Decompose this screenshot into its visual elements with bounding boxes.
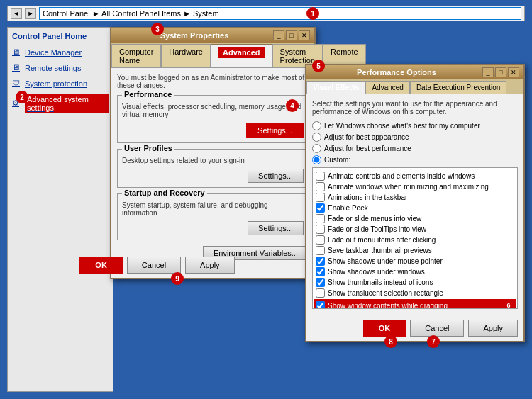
radio-best-appearance: Adjust for best appearance	[312, 133, 518, 142]
badge-9: 9	[171, 272, 184, 285]
shield-icon: 🛡	[12, 79, 22, 89]
checkbox-label: Show shadows under mouse pointer	[328, 257, 443, 265]
maximize-button[interactable]: □	[286, 30, 297, 40]
sidebar-label-advanced-settings: Advanced system settings	[25, 94, 109, 113]
checkbox-label: Save taskbar thumbnail previews	[328, 247, 432, 254]
startup-title: Startup and Recovery	[122, 189, 207, 197]
system-apply-button[interactable]: Apply	[185, 257, 235, 274]
system-ok-button[interactable]: OK	[79, 257, 123, 274]
sidebar-label-device-manager: Device Manager	[25, 48, 82, 57]
sidebar-label-remote-settings: Remote settings	[25, 64, 81, 72]
minimize-button[interactable]: _	[273, 30, 284, 40]
sidebar-item-system-protection[interactable]: 🛡 System protection	[8, 76, 113, 91]
performance-section: Performance Visual effects, processor sc…	[117, 95, 309, 143]
sidebar-item-device-manager[interactable]: 🖥 Device Manager	[8, 45, 113, 60]
radio-best-performance-input[interactable]	[312, 144, 321, 153]
checkbox-input[interactable]	[316, 235, 325, 245]
perf-close-button[interactable]: ✕	[508, 67, 519, 77]
tab-advanced-label: Advanced	[218, 47, 265, 58]
checkbox-label: Fade out menu items after clicking	[328, 236, 436, 244]
perf-cancel-button[interactable]: Cancel	[410, 320, 464, 337]
user-profiles-title: User Profiles	[122, 144, 174, 152]
checkbox-input[interactable]	[316, 288, 325, 298]
titlebar-buttons: _ □ ✕	[273, 30, 310, 40]
system-props-title: System Properties	[116, 31, 273, 40]
checkbox-label: Fade or slide ToolTips into view	[328, 225, 426, 233]
performance-desc: Visual effects, processor scheduling, me…	[122, 103, 304, 118]
radio-custom-input[interactable]	[312, 155, 321, 164]
checkbox-item: Show shadows under windows	[316, 266, 514, 277]
tab-computer-name[interactable]: Computer Name	[111, 44, 161, 67]
checkbox-label: Show shadows under windows	[328, 268, 425, 276]
address-bar: ◄ ► Control Panel ► All Control Panel It…	[7, 6, 525, 21]
tab-dep[interactable]: Data Execution Prevention	[410, 81, 506, 94]
performance-options-dialog: Performance Options _ □ ✕ Visual Effects…	[305, 64, 525, 342]
radio-best-performance: Adjust for best performance	[312, 144, 518, 153]
checkbox-input[interactable]	[316, 193, 325, 202]
remote-icon: 🖥	[12, 63, 22, 73]
checkbox-label: Fade or slide menus into view	[328, 215, 421, 223]
checkbox-item: Fade out menu items after clicking	[316, 235, 514, 245]
checkbox-item: Show thumbnails instead of icons	[316, 277, 514, 288]
checkbox-input[interactable]	[316, 182, 325, 191]
perf-tabs: Visual Effects Advanced Data Execution P…	[306, 79, 523, 94]
radio-best-appearance-input[interactable]	[312, 133, 321, 142]
checkbox-input[interactable]	[316, 203, 325, 213]
perf-minimize-button[interactable]: _	[482, 67, 494, 77]
system-props-footer: OK Cancel Apply	[111, 252, 203, 278]
computer-icon: 🖥	[12, 47, 22, 57]
radio-let-windows-label: Let Windows choose what's best for my co…	[324, 122, 480, 130]
checkbox-input[interactable]	[316, 246, 325, 255]
tab-visual-effects[interactable]: Visual Effects	[306, 81, 365, 94]
perf-ok-button[interactable]: OK	[363, 320, 406, 337]
badge-4: 4	[286, 99, 299, 112]
perf-titlebar: Performance Options _ □ ✕	[306, 65, 523, 79]
checkbox-item: Enable Peek	[316, 203, 514, 213]
system-properties-dialog: System Properties _ □ ✕ Computer Name Ha…	[110, 27, 316, 279]
checkbox-item: Show shadows under mouse pointer	[316, 256, 514, 266]
radio-best-performance-label: Adjust for best performance	[324, 145, 411, 152]
perf-maximize-button[interactable]: □	[495, 67, 506, 77]
system-cancel-button[interactable]: Cancel	[127, 257, 181, 274]
checkbox-item: Show window contents while dragging6	[314, 299, 516, 309]
checkbox-input[interactable]	[316, 267, 325, 276]
perf-titlebar-buttons: _ □ ✕	[482, 67, 519, 77]
checkbox-label: Animate controls and elements inside win…	[328, 172, 475, 180]
checkbox-label: Show translucent selection rectangle	[328, 289, 443, 297]
checkbox-input[interactable]	[316, 278, 325, 287]
address-path: Control Panel ► All Control Panel Items …	[39, 7, 521, 20]
startup-section: Startup and Recovery System startup, sys…	[117, 193, 309, 240]
performance-settings-button[interactable]: Settings...	[246, 123, 304, 138]
close-button[interactable]: ✕	[299, 30, 310, 40]
badge-2: 2	[16, 91, 28, 103]
tab-hardware[interactable]: Hardware	[161, 44, 211, 67]
checkbox-input[interactable]	[316, 172, 325, 181]
checkbox-item: Save taskbar thumbnail previews	[316, 245, 514, 256]
user-profiles-settings-button[interactable]: Settings...	[248, 169, 304, 183]
sidebar-header: Control Panel Home	[8, 28, 113, 45]
forward-button[interactable]: ►	[25, 8, 36, 19]
sidebar-label-system-protection: System protection	[25, 79, 87, 88]
startup-desc: System startup, system failure, and debu…	[122, 201, 304, 217]
checkbox-input[interactable]	[316, 257, 325, 266]
checkbox-input[interactable]	[316, 301, 325, 310]
checkbox-item: Show translucent selection rectangle	[316, 288, 514, 298]
radio-best-appearance-label: Adjust for best appearance	[324, 133, 409, 141]
perf-content: Select the settings you want to use for …	[306, 94, 523, 315]
tab-advanced-perf[interactable]: Advanced	[365, 81, 409, 94]
checkbox-input[interactable]	[316, 214, 325, 223]
user-profiles-section: User Profiles Desktop settings related t…	[117, 149, 309, 188]
perf-apply-button[interactable]: Apply	[468, 320, 518, 337]
perf-footer: OK Cancel Apply	[306, 315, 523, 341]
system-props-content: You must be logged on as an Administrato…	[111, 68, 314, 252]
back-button[interactable]: ◄	[11, 8, 22, 19]
effects-checkbox-list[interactable]: Animate controls and elements inside win…	[312, 167, 518, 309]
sidebar-item-remote-settings[interactable]: 🖥 Remote settings	[8, 60, 113, 76]
tab-advanced[interactable]: Advanced	[211, 44, 272, 67]
checkbox-item: Fade or slide ToolTips into view	[316, 224, 514, 235]
startup-settings-button[interactable]: Settings...	[248, 221, 304, 235]
radio-let-windows: Let Windows choose what's best for my co…	[312, 121, 518, 130]
checkbox-input[interactable]	[316, 225, 325, 234]
radio-custom-label: Custom:	[324, 156, 350, 164]
radio-let-windows-input[interactable]	[312, 121, 321, 130]
